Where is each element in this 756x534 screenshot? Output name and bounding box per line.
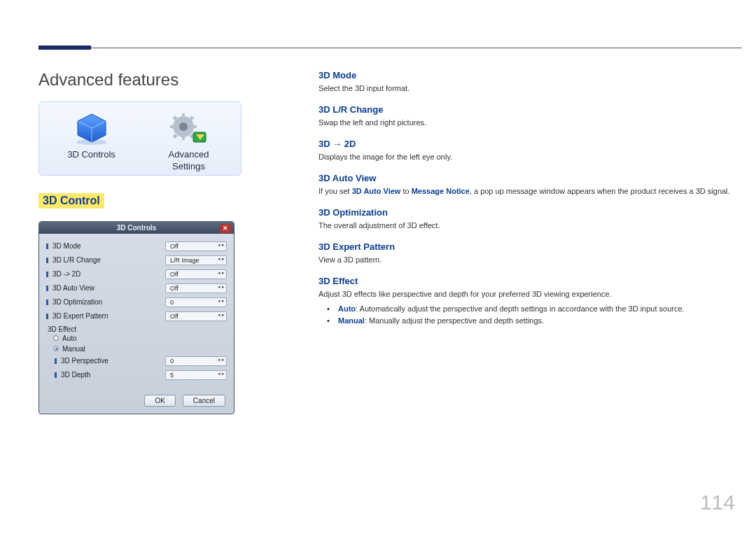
feature-3d-expert-pattern: 3D Expert Pattern View a 3D pattern.: [318, 241, 742, 266]
ok-button[interactable]: OK: [144, 395, 175, 407]
section-heading: 3D Control: [38, 193, 104, 209]
row-tick-icon: [46, 272, 48, 277]
icon-label: 3D Controls: [67, 150, 115, 160]
row-tick-icon: [46, 286, 48, 291]
dialog-row: 3D Expert PatternOff◂ ▸: [46, 309, 227, 323]
feature-heading: 3D Expert Pattern: [318, 241, 742, 252]
text: If you set: [318, 187, 352, 195]
row-value-dropdown[interactable]: L/R Image◂ ▸: [165, 255, 227, 265]
row-value-spinner[interactable]: 5◂ ▸: [165, 370, 227, 380]
page-number: 114: [700, 491, 735, 514]
dialog-subrow: 3D Depth5◂ ▸: [46, 368, 227, 382]
row-label: 3D Optimization: [52, 298, 165, 306]
feature-heading: 3D L/R Change: [318, 104, 742, 115]
row-label: 3D Expert Pattern: [52, 312, 165, 320]
dialog-row: 3D L/R ChangeL/R Image◂ ▸: [46, 253, 227, 267]
spinner-arrows-icon: ◂ ▸: [218, 313, 225, 317]
row-tick-icon: [55, 372, 57, 378]
bullet-text: : Manually adjust the perspective and de…: [365, 316, 544, 325]
spinner-arrows-icon: ◂ ▸: [218, 372, 225, 376]
spinner-arrows-icon: ◂ ▸: [218, 243, 225, 247]
dialog-row: 3D -> 2DOff◂ ▸: [46, 267, 227, 281]
cube-3d-icon: [71, 109, 113, 148]
row-tick-icon: [55, 358, 57, 364]
page-title: Advanced features: [38, 70, 178, 90]
feature-3d-auto-view: 3D Auto View If you set 3D Auto View to …: [318, 173, 742, 197]
feature-desc: Adjust 3D effects like perspective and d…: [318, 289, 742, 300]
feature-bullets: Auto: Automatically adjust the perspecti…: [318, 303, 742, 327]
row-value-dropdown[interactable]: Off◂ ▸: [165, 269, 227, 279]
left-column: 3D Controls: [38, 101, 241, 414]
feature-desc: The overall adjustment of 3D effect.: [318, 220, 742, 232]
cancel-button[interactable]: Cancel: [183, 395, 225, 407]
row-tick-icon: [46, 314, 48, 319]
feature-3d-effect: 3D Effect Adjust 3D effects like perspec…: [318, 276, 742, 327]
row-label: 3D Depth: [61, 371, 165, 379]
spinner-arrows-icon: ◂ ▸: [218, 358, 225, 362]
svg-rect-7: [170, 125, 174, 128]
feature-desc: If you set 3D Auto View to Message Notic…: [318, 186, 742, 197]
dialog-title: 3D Controls ✕: [39, 222, 234, 234]
feature-heading: 3D Auto View: [318, 173, 742, 183]
radio-dot-icon: [53, 346, 59, 351]
row-value-dropdown[interactable]: Off◂ ▸: [165, 283, 227, 293]
dialog-title-text: 3D Controls: [117, 224, 157, 232]
row-value-dropdown[interactable]: 0◂ ▸: [165, 297, 227, 307]
radio-dot-icon: [53, 335, 59, 341]
right-column: 3D Mode Select the 3D input format. 3D L…: [318, 70, 742, 337]
feature-desc: View a 3D pattern.: [318, 255, 742, 266]
row-tick-icon: [46, 244, 48, 249]
spinner-arrows-icon: ◂ ▸: [218, 257, 225, 261]
row-label: 3D Perspective: [61, 357, 165, 365]
row-value-spinner[interactable]: 0◂ ▸: [165, 356, 227, 366]
icon-card-3d-controls[interactable]: 3D Controls: [45, 109, 138, 172]
icon-label: Advanced: [169, 150, 209, 160]
text-emphasis: Message Notice: [412, 187, 470, 195]
feature-heading: 3D Effect: [318, 276, 742, 286]
group-3d-effect-label: 3D Effect: [46, 325, 227, 333]
feature-heading: 3D → 2D: [318, 139, 742, 149]
icon-panel: 3D Controls: [38, 101, 241, 176]
row-tick-icon: [46, 300, 48, 305]
dialog-subrow: 3D Perspective0◂ ▸: [46, 354, 227, 368]
feature-3d-lr-change: 3D L/R Change Swap the left and right pi…: [318, 104, 742, 129]
text-emphasis: 3D Auto View: [352, 187, 401, 195]
row-label: 3D -> 2D: [52, 270, 165, 278]
feature-desc: Swap the left and right pictures.: [318, 118, 742, 129]
header-rule-accent: [38, 45, 91, 50]
row-tick-icon: [46, 258, 48, 263]
close-icon[interactable]: ✕: [220, 224, 231, 233]
dialog-row: 3D Auto ViewOff◂ ▸: [46, 281, 227, 295]
feature-3d-optimization: 3D Optimization The overall adjustment o…: [318, 207, 742, 232]
dialog-3d-controls: 3D Controls ✕ 3D ModeOff◂ ▸3D L/R Change…: [38, 221, 234, 414]
radio-label: Auto: [62, 335, 77, 342]
row-value-dropdown[interactable]: Off◂ ▸: [165, 241, 227, 251]
row-label: 3D L/R Change: [52, 256, 165, 264]
dialog-row: 3D Optimization0◂ ▸: [46, 295, 227, 309]
bullet-item: Manual: Manually adjust the perspective …: [331, 315, 742, 327]
spinner-arrows-icon: ◂ ▸: [218, 299, 225, 303]
feature-heading: 3D Mode: [318, 70, 742, 80]
bullet-emphasis: Manual: [338, 316, 365, 325]
radio-auto[interactable]: Auto: [46, 333, 227, 344]
text: , a pop up message window appears when t…: [470, 187, 730, 195]
feature-heading: 3D Optimization: [318, 207, 742, 218]
radio-manual[interactable]: Manual: [46, 344, 227, 354]
spinner-arrows-icon: ◂ ▸: [218, 271, 225, 275]
icon-card-advanced-settings[interactable]: Advanced Settings: [142, 109, 235, 172]
bullet-item: Auto: Automatically adjust the perspecti…: [331, 303, 742, 315]
bullet-emphasis: Auto: [338, 304, 356, 313]
svg-rect-6: [182, 136, 185, 140]
bullet-text: : Automatically adjust the perspective a…: [356, 304, 685, 313]
row-value-dropdown[interactable]: Off◂ ▸: [165, 311, 227, 321]
feature-desc: Displays the image for the left eye only…: [318, 152, 742, 163]
icon-label: Settings: [172, 162, 205, 171]
dialog-body: 3D ModeOff◂ ▸3D L/R ChangeL/R Image◂ ▸3D…: [39, 234, 234, 389]
svg-rect-8: [192, 125, 197, 128]
spinner-arrows-icon: ◂ ▸: [218, 285, 225, 289]
header-rule: [38, 48, 742, 48]
feature-desc: Select the 3D input format.: [318, 83, 742, 94]
svg-point-4: [179, 122, 188, 131]
radio-label: Manual: [62, 345, 85, 353]
dialog-row: 3D ModeOff◂ ▸: [46, 239, 227, 253]
